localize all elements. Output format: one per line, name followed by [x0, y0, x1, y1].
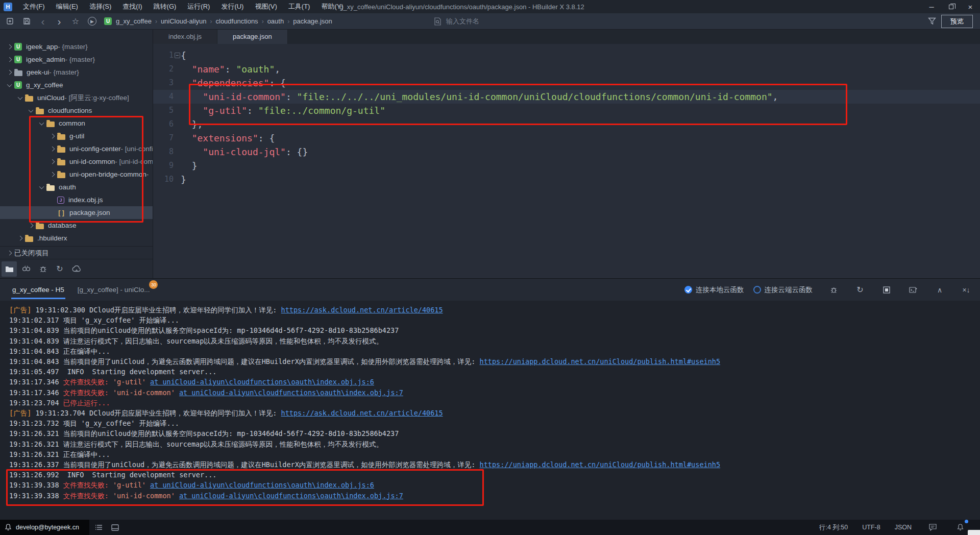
tree-item[interactable]: .hbuilderx: [0, 232, 153, 245]
refresh-icon[interactable]: ↻: [52, 261, 67, 277]
favorite-star-icon[interactable]: ☆: [67, 15, 84, 28]
code-line[interactable]: 8 "uni-cloud-jql": {}: [153, 145, 980, 159]
log-link[interactable]: https://uniapp.dcloud.net.cn/uniCloud/pu…: [480, 460, 720, 469]
code-line[interactable]: 2 "name": "oauth",: [153, 62, 980, 76]
code-line[interactable]: 1−{: [153, 48, 980, 62]
code-line[interactable]: 4 "uni-id-common": "file:../../../uni_mo…: [153, 90, 980, 104]
navigate-forward-icon[interactable]: ›: [51, 15, 67, 28]
breadcrumb-item[interactable]: oauth: [265, 17, 286, 25]
files-panel-icon[interactable]: [2, 261, 17, 277]
menu-item[interactable]: 发行(U): [215, 0, 249, 13]
debug-panel-icon[interactable]: [35, 261, 51, 277]
chevron-right-icon[interactable]: [48, 132, 57, 140]
navigate-back-icon[interactable]: ‹: [35, 15, 51, 28]
log-link[interactable]: https://ask.dcloud.net.cn/article/40615: [281, 306, 443, 314]
filetype-indicator[interactable]: JSON: [895, 524, 912, 531]
tree-item[interactable]: cloudfunctions: [0, 104, 153, 117]
chevron-down-icon[interactable]: [37, 183, 46, 191]
tree-item[interactable]: uni-id-common - [uni-id-com: [0, 155, 153, 168]
chevron-right-icon[interactable]: [5, 43, 14, 51]
new-terminal-icon[interactable]: [908, 284, 919, 296]
code-line[interactable]: 7 "extensions": {: [153, 131, 980, 145]
tree-item[interactable]: database: [0, 219, 153, 232]
cloud-function-radio[interactable]: 连接云端云函数: [753, 285, 813, 295]
editor-tab[interactable]: index.obj.js: [153, 30, 217, 44]
tree-item[interactable]: g-util: [0, 130, 153, 142]
code-line[interactable]: 3 "dependencies": {: [153, 76, 980, 90]
preview-button[interactable]: 预览: [941, 15, 973, 28]
log-link[interactable]: at uniCloud-aliyun\cloudfunctions\oauth\…: [179, 388, 403, 397]
cloud-function-radio[interactable]: 连接本地云函数: [684, 285, 744, 295]
tree-item[interactable]: common: [0, 117, 153, 130]
tree-item[interactable]: Ug_xy_coffee: [0, 79, 153, 91]
breadcrumb-item[interactable]: cloudfunctions: [214, 17, 260, 25]
minimize-button[interactable]: ─: [922, 0, 941, 13]
console-tab[interactable]: g_xy_coffee - H5: [11, 279, 65, 301]
menu-item[interactable]: 编辑(E): [51, 0, 84, 13]
chevron-right-icon[interactable]: [16, 234, 25, 242]
menu-item[interactable]: 视图(V): [249, 0, 282, 13]
breadcrumb-item[interactable]: package.json: [291, 17, 334, 25]
menu-item[interactable]: 选择(S): [84, 0, 117, 13]
stop-icon[interactable]: [881, 284, 892, 296]
chevron-down-icon[interactable]: [16, 94, 25, 102]
file-search[interactable]: 输入文件名: [434, 17, 479, 26]
log-link[interactable]: https://uniapp.dcloud.net.cn/uniCloud/pu…: [480, 357, 720, 366]
code-line[interactable]: 6 },: [153, 117, 980, 131]
new-file-icon[interactable]: [2, 15, 18, 28]
log-link[interactable]: https://ask.dcloud.net.cn/article/40615: [281, 409, 443, 417]
encoding-indicator[interactable]: UTF-8: [862, 524, 880, 531]
menu-item[interactable]: 查找(I): [117, 0, 148, 13]
menu-item[interactable]: 跳转(G): [148, 0, 182, 13]
code-line[interactable]: 5 "g-util": "file:../common/g-util": [153, 104, 980, 117]
editor-tab[interactable]: package.json: [217, 30, 288, 44]
code-editor[interactable]: 1−{2 "name": "oauth",3 "dependencies": {…: [153, 44, 980, 278]
chevron-down-icon[interactable]: [27, 107, 36, 115]
search-panel-icon[interactable]: [18, 261, 34, 277]
menu-item[interactable]: 工具(T): [283, 0, 316, 13]
tree-item[interactable]: Uigeek_admin - {master}: [0, 53, 153, 66]
run-icon[interactable]: ▶: [84, 15, 100, 28]
chevron-right-icon[interactable]: [5, 68, 14, 77]
code-line[interactable]: 9 }: [153, 159, 980, 173]
tree-item[interactable]: uni-open-bridge-common -: [0, 168, 153, 181]
close-button[interactable]: ×: [961, 0, 980, 13]
breadcrumb-item[interactable]: g_xy_coffee: [114, 17, 154, 25]
log-link[interactable]: at uniCloud-aliyun\cloudfunctions\oauth\…: [150, 378, 374, 386]
tree-item[interactable]: [ ]package.json: [0, 206, 153, 219]
log-list-icon[interactable]: [92, 521, 106, 534]
tree-item[interactable]: uni-config-center - [uni-confi: [0, 142, 153, 155]
feedback-bubble-icon[interactable]: [926, 521, 939, 534]
chevron-right-icon[interactable]: [48, 171, 57, 179]
notification-bell-icon[interactable]: [953, 521, 967, 534]
cursor-position[interactable]: 行:4 列:50: [819, 523, 848, 532]
cloud-panel-icon[interactable]: [69, 261, 84, 277]
filter-funnel-icon[interactable]: [928, 17, 936, 27]
chevron-down-icon[interactable]: [5, 81, 14, 89]
menu-item[interactable]: 文件(F): [17, 0, 51, 13]
chevron-right-icon[interactable]: [27, 222, 36, 230]
chevron-down-icon[interactable]: [37, 119, 46, 128]
tree-item[interactable]: uniCloud - [阿里云:g-xy-coffee]: [0, 91, 153, 104]
chevron-right-icon[interactable]: [48, 158, 57, 166]
tree-item[interactable]: Uigeek_app - {master}: [0, 40, 153, 53]
code-line[interactable]: 10}: [153, 173, 980, 186]
restart-icon[interactable]: ↻: [854, 284, 866, 296]
closed-projects-section[interactable]: 已关闭项目: [0, 246, 153, 259]
log-link[interactable]: at uniCloud-aliyun\cloudfunctions\oauth\…: [179, 492, 403, 500]
restore-button[interactable]: [941, 0, 961, 13]
breadcrumb-item[interactable]: uniCloud-aliyun: [159, 17, 209, 25]
collapse-panel-icon[interactable]: ∧: [934, 284, 945, 296]
fold-icon[interactable]: −: [175, 53, 180, 58]
account-status[interactable]: develop@bytegeek.cn: [0, 520, 89, 535]
log-link[interactable]: at uniCloud-aliyun\cloudfunctions\oauth\…: [150, 481, 374, 489]
debug-bug-icon[interactable]: [828, 284, 839, 296]
tree-item[interactable]: geek-ui - {master}: [0, 66, 153, 79]
chevron-right-icon[interactable]: [48, 145, 57, 153]
chevron-right-icon[interactable]: [5, 56, 14, 64]
tree-item[interactable]: oauth: [0, 181, 153, 193]
save-icon[interactable]: [18, 15, 35, 28]
console-toggle-icon[interactable]: [109, 521, 122, 534]
tree-item[interactable]: Jindex.obj.js: [0, 193, 153, 206]
menu-item[interactable]: 运行(R): [182, 0, 215, 13]
